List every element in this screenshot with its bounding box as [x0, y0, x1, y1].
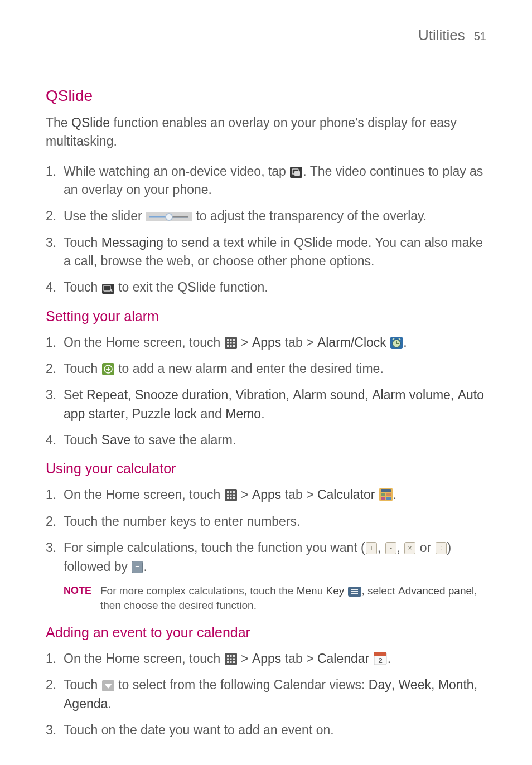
- svg-rect-41: [381, 497, 385, 500]
- qslide-overlay-icon: [290, 167, 302, 178]
- svg-point-6: [166, 214, 172, 220]
- text: While watching an on-device video, tap: [64, 164, 289, 178]
- svg-text:÷: ÷: [439, 544, 443, 552]
- text-bold: Repeat: [86, 388, 128, 402]
- svg-rect-30: [233, 491, 235, 493]
- text-bold: Alarm/Clock: [317, 335, 386, 350]
- svg-rect-35: [230, 497, 231, 499]
- text: ,: [286, 388, 293, 402]
- svg-rect-58: [227, 655, 229, 657]
- svg-rect-63: [233, 659, 235, 660]
- text: For more complex calculations, touch the: [100, 585, 297, 597]
- text: On the Home screen, touch: [64, 487, 224, 502]
- text: Set: [64, 388, 86, 402]
- heading-calculator: Using your calculator: [46, 461, 486, 477]
- text-bold: Memo: [225, 406, 261, 421]
- header-title: Utilities: [418, 27, 465, 44]
- text: tab >: [281, 335, 317, 350]
- text: Use the slider: [64, 209, 146, 223]
- cal-step-1: On the Home screen, touch > Apps tab > C…: [46, 650, 486, 668]
- text-bold: Apps: [252, 335, 281, 350]
- calendar-app-icon: 2: [374, 652, 387, 665]
- text: , select: [362, 585, 398, 597]
- text: to adjust the transparency of the overla…: [192, 209, 427, 223]
- cal-step-3: Touch on the date you want to add an eve…: [46, 721, 486, 739]
- svg-rect-59: [230, 655, 231, 657]
- svg-rect-34: [227, 497, 229, 499]
- text: The: [46, 115, 71, 130]
- svg-rect-33: [233, 495, 235, 496]
- text: ,: [391, 677, 399, 692]
- text: Touch: [64, 280, 101, 294]
- divide-key-icon: ÷: [436, 542, 447, 554]
- text: ,: [228, 388, 235, 402]
- page-header: Utilities 51: [418, 27, 486, 44]
- text-bold: Alarm sound: [293, 388, 365, 402]
- svg-rect-31: [227, 495, 229, 496]
- svg-text:+: +: [369, 544, 374, 552]
- text-bold: Week: [399, 677, 431, 692]
- svg-rect-10: [227, 339, 229, 341]
- text: .: [261, 406, 264, 421]
- svg-rect-28: [227, 491, 229, 493]
- qslide-step-4: Touch to exit the QSlide function.: [46, 278, 486, 297]
- svg-text:×: ×: [408, 544, 412, 552]
- note-label: NOTE: [64, 584, 91, 613]
- svg-rect-64: [227, 661, 229, 663]
- text: ,: [474, 677, 477, 692]
- text-bold: Agenda: [64, 696, 108, 711]
- apps-grid-icon: [225, 489, 237, 501]
- text: Touch: [64, 361, 101, 376]
- svg-rect-62: [230, 659, 231, 660]
- calculator-app-icon: [379, 488, 393, 501]
- svg-rect-13: [227, 342, 229, 343]
- svg-rect-16: [227, 345, 229, 347]
- svg-rect-65: [230, 661, 231, 663]
- text: to save the alarm.: [130, 433, 236, 447]
- alarm-step-2: Touch to add a new alarm and enter the d…: [46, 360, 486, 378]
- equals-key-icon: =: [132, 561, 143, 573]
- svg-rect-60: [233, 655, 235, 657]
- svg-rect-32: [230, 495, 231, 496]
- calc-step-2: Touch the number keys to enter numbers.: [46, 512, 486, 531]
- apps-grid-icon: [225, 337, 237, 349]
- text: or: [416, 540, 434, 555]
- calc-step-3: For simple calculations, touch the funct…: [46, 539, 486, 576]
- svg-rect-17: [230, 345, 231, 347]
- text-bold: Messaging: [101, 235, 163, 250]
- text-bold: Menu Key: [297, 585, 345, 597]
- svg-rect-40: [386, 493, 391, 496]
- text-bold: Advanced panel: [398, 585, 474, 597]
- text: On the Home screen, touch: [64, 651, 224, 666]
- text-bold: Calendar: [317, 651, 369, 666]
- calculator-note: NOTE For more complex calculations, touc…: [46, 584, 486, 613]
- text-bold: Apps: [252, 651, 281, 666]
- svg-rect-42: [386, 497, 391, 500]
- note-text: For more complex calculations, touch the…: [100, 584, 486, 613]
- svg-rect-2: [294, 171, 300, 176]
- text: >: [238, 487, 252, 502]
- text-bold: Vibration: [235, 388, 286, 402]
- text: On the Home screen, touch: [64, 335, 224, 350]
- qslide-intro: The QSlide function enables an overlay o…: [46, 114, 486, 151]
- cal-step-2: Touch to select from the following Calen…: [46, 676, 486, 713]
- text: ,: [128, 388, 135, 402]
- minus-key-icon: -: [385, 542, 396, 554]
- svg-rect-39: [381, 493, 385, 496]
- calc-step-1: On the Home screen, touch > Apps tab > C…: [46, 486, 486, 504]
- apps-grid-icon: [225, 653, 237, 665]
- svg-rect-18: [233, 345, 235, 347]
- text: ,: [397, 540, 404, 555]
- text-bold: Save: [101, 433, 130, 447]
- text: to select from the following Calendar vi…: [115, 677, 369, 692]
- qslide-step-1: While watching an on-device video, tap .…: [46, 162, 486, 200]
- text: tab >: [281, 487, 317, 502]
- svg-rect-66: [233, 661, 235, 663]
- text: ,: [365, 388, 372, 402]
- text: .: [143, 559, 147, 574]
- text: >: [238, 651, 252, 666]
- add-alarm-icon: [102, 363, 114, 375]
- text: .: [403, 335, 407, 350]
- text-bold: Puzzle lock: [132, 406, 197, 421]
- text: and: [197, 406, 225, 421]
